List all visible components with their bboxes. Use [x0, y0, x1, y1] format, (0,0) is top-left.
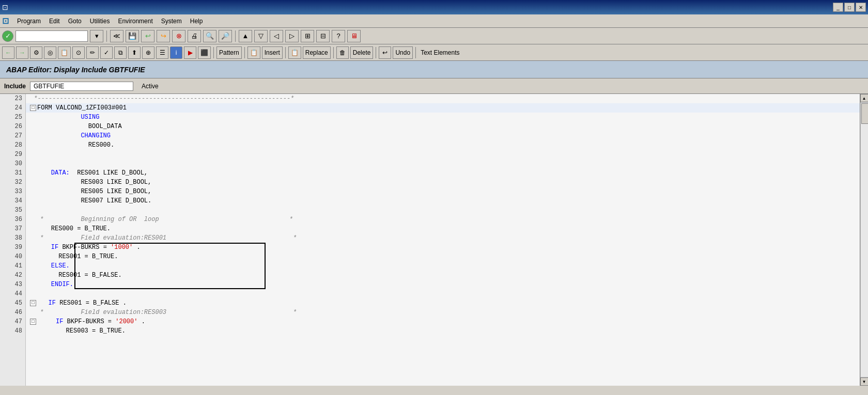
collapse-45[interactable]: □: [30, 300, 36, 306]
window-controls[interactable]: _ □ ✕: [833, 3, 866, 12]
menu-program[interactable]: Program: [13, 17, 45, 26]
sep-editor3: [285, 47, 286, 58]
down-btn[interactable]: ▽: [254, 30, 268, 42]
code-line-27: CHANGING: [26, 131, 860, 140]
scroll-thumb[interactable]: [861, 103, 869, 124]
copy-btn[interactable]: 📋: [58, 46, 71, 59]
minimize-button[interactable]: _: [833, 3, 843, 12]
stop-btn[interactable]: ⊗: [172, 30, 185, 42]
scroll-track[interactable]: [860, 102, 869, 377]
monitor-btn[interactable]: 🖥: [347, 30, 361, 42]
code-line-40: RES001 = B_TRUE.: [26, 252, 860, 261]
match-btn[interactable]: ◎: [44, 46, 56, 59]
line-num-48: 48: [0, 326, 25, 336]
help-btn[interactable]: ?: [332, 30, 345, 42]
menu-system[interactable]: System: [157, 17, 186, 26]
left-btn[interactable]: ◁: [270, 30, 283, 42]
sap-logo: ⊡: [2, 16, 9, 26]
delete-button[interactable]: Delete: [350, 46, 374, 59]
line-47-indent: [37, 317, 56, 326]
save-btn[interactable]: 💾: [126, 30, 139, 42]
line-num-41: 41: [0, 261, 25, 271]
up-btn[interactable]: ▲: [239, 30, 252, 42]
find2-btn[interactable]: 🔎: [219, 30, 232, 42]
edit-btn[interactable]: ✏: [86, 46, 99, 59]
activate-btn[interactable]: ⬆: [128, 46, 141, 59]
menu-bar: ⊡ Program Edit Goto Utilities Environmen…: [0, 14, 868, 28]
copy2-btn[interactable]: ⧉: [114, 46, 127, 59]
layout-btn[interactable]: ⊞: [301, 30, 314, 42]
line-num-33: 33: [0, 187, 25, 196]
check-syntax-btn[interactable]: ✓: [100, 46, 113, 59]
code-line-42: RES001 = B_FALSE.: [26, 271, 860, 280]
menu-help[interactable]: Help: [186, 17, 207, 26]
title-bar: ⊡ _ □ ✕: [0, 0, 868, 14]
display-btn[interactable]: ☰: [156, 46, 168, 59]
line-num-46: 46: [0, 308, 25, 317]
target-btn[interactable]: ⊙: [72, 46, 85, 59]
code-line-35: [26, 206, 860, 215]
line-num-47: 47: [0, 317, 25, 326]
menu-goto[interactable]: Goto: [64, 17, 86, 26]
line-num-28: 28: [0, 140, 25, 150]
toolbar-editor: ← → ⚙ ◎ 📋 ⊙ ✏ ✓ ⧉ ⬆ ⊕ ☰ i ▶ ⬛ Pattern 📋 …: [0, 44, 868, 61]
menu-edit[interactable]: Edit: [45, 17, 64, 26]
line-num-37: 37: [0, 224, 25, 233]
code-line-31: DATA: RES001 LIKE D_BOOL,: [26, 168, 860, 178]
line-num-35: 35: [0, 206, 25, 215]
code-line-34: RES007 LIKE D_BOOL.: [26, 196, 860, 206]
code-line-47: □ IF BKPF-BUKRS = '2000' .: [26, 317, 860, 326]
code-line-28: RES000.: [26, 140, 860, 150]
pattern-button[interactable]: Pattern: [216, 46, 242, 59]
line-47-if-kw: IF: [56, 317, 63, 326]
collapse-47[interactable]: □: [30, 319, 36, 325]
line-num-45: 45: [0, 298, 25, 308]
command-input[interactable]: [16, 30, 88, 42]
check-button[interactable]: ✓: [2, 30, 13, 42]
line-41-else: ELSE.: [36, 261, 70, 271]
dropdown-button[interactable]: ▾: [90, 30, 103, 42]
menu-environment[interactable]: Environment: [114, 17, 157, 26]
maximize-button[interactable]: □: [844, 3, 855, 12]
nav-fwd-editor[interactable]: →: [16, 46, 28, 59]
info-btn[interactable]: i: [170, 46, 182, 59]
sep-editor2: [244, 47, 245, 58]
replace-button[interactable]: Replace: [303, 46, 331, 59]
sep-editor: [213, 47, 214, 58]
close-button[interactable]: ✕: [856, 3, 866, 12]
line-48-code: RES003 = B_TRUE.: [36, 326, 126, 336]
find-btn[interactable]: 🔍: [203, 30, 216, 42]
code-line-41: ELSE.: [26, 261, 860, 271]
print-btn[interactable]: 🖨: [188, 30, 201, 42]
code-editor[interactable]: *---------------------------------------…: [26, 94, 860, 386]
collapse-24[interactable]: □: [30, 105, 36, 111]
undo-button[interactable]: Undo: [393, 46, 413, 59]
run-btn[interactable]: ▶: [184, 46, 196, 59]
code-line-29: [26, 150, 860, 159]
editor-area: 23 24 25 26 27 28 29 30 31 32 33 34 35 3…: [0, 94, 868, 386]
right-btn[interactable]: ▷: [285, 30, 299, 42]
separator-1: [106, 30, 107, 42]
line-num-40: 40: [0, 252, 25, 261]
code-content: *---------------------------------------…: [26, 94, 860, 336]
text-elements-label[interactable]: Text Elements: [419, 49, 461, 56]
insert-button[interactable]: Insert: [262, 46, 283, 59]
code-line-33: RES005 LIKE D_BOOL,: [26, 187, 860, 196]
scroll-down-btn[interactable]: ▼: [860, 377, 869, 386]
line-num-23: 23: [0, 94, 25, 103]
pretty-print-btn[interactable]: ⚙: [30, 46, 42, 59]
scroll-up-btn[interactable]: ▲: [860, 94, 869, 102]
menu-utilities[interactable]: Utilities: [86, 17, 114, 26]
stop2-btn[interactable]: ⬛: [198, 46, 211, 59]
back-btn[interactable]: ↩: [141, 30, 154, 42]
line-num-32: 32: [0, 178, 25, 187]
code-line-26: BOOL_DATA: [26, 122, 860, 131]
nav-back-editor[interactable]: ←: [2, 46, 14, 59]
expand-btn[interactable]: ⊟: [316, 30, 330, 42]
nav-back-btn[interactable]: ≪: [110, 30, 123, 42]
info-bar: Include GBTFUFIE Active: [0, 78, 868, 94]
line-numbers: 23 24 25 26 27 28 29 30 31 32 33 34 35 3…: [0, 94, 26, 386]
vertical-scrollbar[interactable]: ▲ ▼: [860, 94, 868, 386]
where-used-btn[interactable]: ⊕: [142, 46, 154, 59]
forward-btn[interactable]: ↪: [157, 30, 170, 42]
